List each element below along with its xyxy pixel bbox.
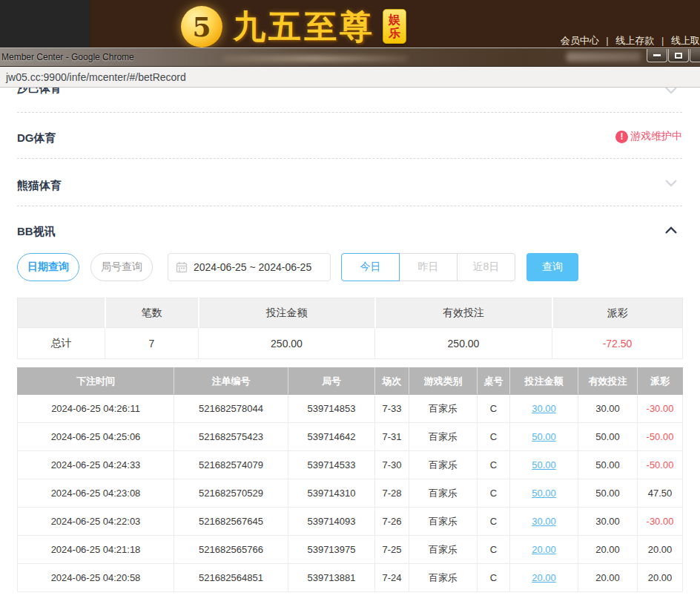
chevron-up-icon[interactable] — [664, 226, 678, 235]
url-text: jw05.cc:9900/infe/mcenter/#/betRecord — [6, 71, 186, 83]
bet-amount-link[interactable]: 50.00 — [532, 488, 556, 499]
summary-header-cell: 投注金额 — [199, 298, 375, 328]
bet-cell: 百家乐 — [409, 536, 478, 564]
bet-amount-cell: 20.00 — [510, 564, 578, 592]
bet-cell: 百家乐 — [409, 564, 478, 592]
section-saba-sports[interactable]: 沙巴体育 — [17, 88, 62, 96]
bet-cell: 百家乐 — [409, 479, 478, 508]
bet-cell: 20.00 — [578, 564, 638, 592]
date-range-value: 2024-06-25 ~ 2024-06-25 — [194, 261, 311, 273]
bet-cell: 20.00 — [638, 564, 683, 592]
section-dg-sports[interactable]: DG体育 — [17, 131, 56, 145]
logo-entertainment-badge: 娱 乐 — [383, 9, 406, 44]
nav-link-deposit[interactable]: 线上存款 — [615, 35, 654, 46]
blurred-decoration — [222, 56, 408, 62]
close-button[interactable] — [690, 49, 700, 62]
minimize-button[interactable] — [647, 49, 667, 62]
site-header: 5 九五至尊 娱 乐 会员中心 | 线上存款 | 线上取 — [0, 0, 700, 47]
window-title: Member Center - Google Chrome — [1, 52, 134, 62]
table-row: 2024-06-25 04:21:18521682565766539713975… — [18, 536, 683, 564]
tab-date-query[interactable]: 日期查询 — [17, 253, 79, 281]
bet-amount-cell: 50.00 — [510, 479, 578, 508]
bet-amount-link[interactable]: 20.00 — [532, 544, 556, 555]
bet-header-cell: 派彩 — [638, 368, 683, 395]
bet-amount-link[interactable]: 30.00 — [532, 516, 556, 527]
nav-link-withdraw[interactable]: 线上取 — [671, 35, 700, 46]
bet-header-cell: 有效投注 — [578, 368, 638, 395]
bet-cell: C — [478, 395, 510, 423]
bet-cell: 2024-06-25 04:23:08 — [18, 479, 174, 508]
bet-cell: -50.00 — [638, 451, 683, 479]
chevron-down-icon[interactable] — [664, 179, 678, 188]
bet-cell: 521682578044 — [174, 395, 288, 423]
bet-cell: 539713975 — [288, 536, 375, 564]
screen: 5 九五至尊 娱 乐 会员中心 | 线上存款 | 线上取 Member Cent… — [0, 0, 700, 610]
tab-round-query[interactable]: 局号查询 — [90, 253, 153, 281]
last-8-days-button[interactable]: 近8日 — [457, 253, 515, 281]
yesterday-button[interactable]: 昨日 — [399, 253, 458, 281]
bet-header-cell: 注单编号 — [174, 368, 288, 395]
bet-cell: 521682567645 — [174, 508, 288, 536]
summary-header-cell: 笔数 — [105, 298, 199, 328]
table-row: 2024-06-25 04:22:03521682567645539714093… — [18, 508, 683, 536]
search-button[interactable]: 查询 — [526, 253, 578, 281]
bet-amount-link[interactable]: 30.00 — [532, 403, 556, 414]
bet-cell: C — [478, 423, 510, 451]
bet-cell: 521682575423 — [174, 423, 288, 451]
calendar-icon — [176, 261, 188, 273]
maximize-button[interactable] — [668, 49, 689, 62]
bet-header-cell: 游戏类别 — [409, 368, 478, 395]
bet-record-table: 下注时间注单编号局号场次游戏类别桌号投注金额有效投注派彩 2024-06-25 … — [17, 367, 683, 592]
nav-link-member-center[interactable]: 会员中心 — [561, 35, 599, 46]
summary-header-row: 笔数投注金额有效投注派彩 — [18, 298, 683, 328]
bet-amount-link[interactable]: 20.00 — [532, 572, 556, 583]
bet-amount-link[interactable]: 50.00 — [532, 459, 556, 470]
summary-value: -72.50 — [552, 328, 683, 359]
date-range-input[interactable]: 2024-06-25 ~ 2024-06-25 — [168, 253, 331, 281]
chrome-urlbar[interactable]: jw05.cc:9900/infe/mcenter/#/betRecord — [0, 67, 700, 88]
bet-cell: -30.00 — [638, 395, 683, 423]
bet-record-page: 沙巴体育 DG体育 ! 游戏维护中 熊猫体育 BB视讯 日期查询 局号查询 — [0, 88, 700, 610]
bet-amount-cell: 50.00 — [510, 451, 578, 479]
bet-cell: 百家乐 — [409, 508, 478, 536]
quick-range-group: 今日 昨日 近8日 — [341, 253, 515, 281]
bet-amount-cell: 50.00 — [510, 423, 578, 451]
bet-cell: 539714093 — [288, 508, 375, 536]
table-row: 2024-06-25 04:24:33521682574079539714533… — [18, 451, 683, 479]
bet-cell: 百家乐 — [409, 395, 478, 423]
bet-cell: C — [478, 451, 510, 479]
bet-cell: 2024-06-25 04:22:03 — [18, 508, 174, 536]
bet-cell: C — [478, 536, 510, 564]
logo-title: 九五至尊 — [233, 10, 375, 43]
summary-total-row: 总计7250.00250.00-72.50 — [18, 328, 683, 359]
bet-cell: 539714310 — [288, 479, 375, 508]
chrome-titlebar[interactable]: Member Center - Google Chrome — [0, 47, 700, 67]
table-row: 2024-06-25 04:26:11521682578044539714853… — [18, 395, 683, 423]
section-divider — [17, 206, 682, 206]
summary-table: 笔数投注金额有效投注派彩 总计7250.00250.00-72.50 — [17, 298, 683, 359]
chevron-down-icon[interactable] — [664, 88, 678, 95]
table-row: 2024-06-25 04:23:08521682570529539714310… — [18, 479, 683, 508]
today-button[interactable]: 今日 — [341, 253, 400, 281]
bet-cell: 百家乐 — [409, 423, 478, 451]
table-row: 2024-06-25 04:20:58521682564851539713881… — [18, 564, 683, 592]
summary-header-cell: 派彩 — [552, 298, 683, 328]
bet-cell: 539714642 — [288, 423, 375, 451]
bet-table-header-row: 下注时间注单编号局号场次游戏类别桌号投注金额有效投注派彩 — [18, 368, 683, 395]
bet-cell: 2024-06-25 04:21:18 — [18, 536, 174, 564]
bet-cell: 20.00 — [638, 536, 683, 564]
section-bb-video[interactable]: BB视讯 — [17, 225, 56, 239]
badge-char: 乐 — [383, 27, 406, 40]
bet-cell: 47.50 — [638, 479, 683, 508]
bet-amount-link[interactable]: 50.00 — [532, 431, 556, 442]
site-logo: 5 九五至尊 娱 乐 — [181, 6, 406, 47]
bet-cell: 百家乐 — [409, 451, 478, 479]
bet-header-cell: 局号 — [288, 368, 375, 395]
summary-value: 250.00 — [375, 328, 552, 359]
section-panda-sports[interactable]: 熊猫体育 — [17, 179, 62, 193]
logo-coin-icon: 5 — [181, 6, 222, 47]
table-row: 2024-06-25 04:25:06521682575423539714642… — [18, 423, 683, 451]
bet-cell: 30.00 — [578, 508, 638, 536]
bet-cell: 7-26 — [375, 508, 409, 536]
header-nav-links: 会员中心 | 线上存款 | 线上取 — [561, 34, 700, 47]
